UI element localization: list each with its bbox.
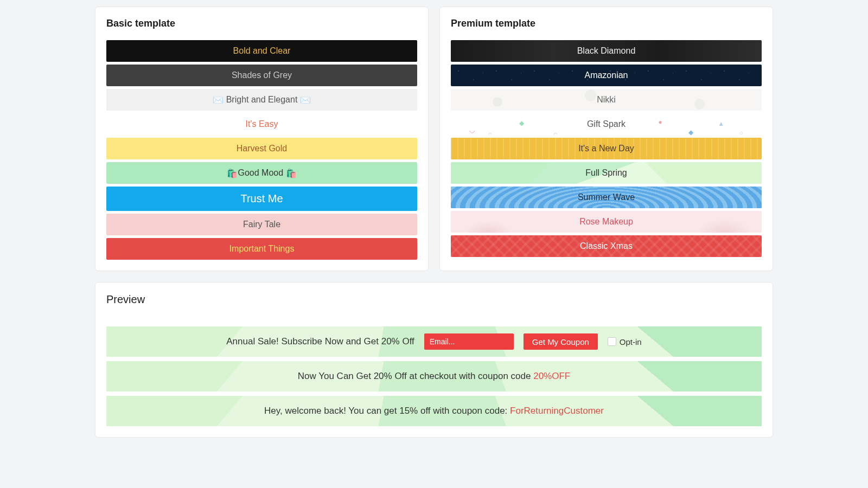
premium-template-card: Premium template Black Diamond Amazonian… [439,7,773,271]
template-gift-spark[interactable]: ◡ ○ ◆ ○ ● ◆ ▲ ○ Gift Spark [451,113,762,135]
premium-template-title: Premium template [451,18,762,29]
shopping-bags-icon: 🛍️ [286,168,297,178]
envelope-icon: ✉️ [213,95,224,105]
template-label: Shades of Grey [232,70,292,80]
confetti-icon: ○ [488,130,492,135]
template-label: It's Easy [246,119,278,129]
confetti-icon: ▲ [718,120,724,127]
template-label: Summer Wave [578,192,635,202]
template-summer-wave[interactable]: Summer Wave [451,187,762,208]
template-trust-me[interactable]: Trust Me [106,187,417,211]
confetti-icon: ● [658,118,662,126]
template-fairy-tale[interactable]: Fairy Tale [106,214,417,235]
template-nikki[interactable]: Nikki [451,89,762,111]
template-amazonian[interactable]: Amazonian [451,65,762,86]
coupon-code: ForReturningCustomer [510,406,604,416]
template-its-easy[interactable]: It's Easy [106,113,417,135]
template-label: Gift Spark [587,119,626,129]
confetti-icon: ◡ [469,126,475,134]
template-shades-of-grey[interactable]: Shades of Grey [106,65,417,86]
checkbox-icon [608,337,616,346]
preview-card: Preview Annual Sale! Subscribe Now and G… [95,282,773,438]
optin-label: Opt-in [620,337,642,346]
template-important-things[interactable]: Important Things [106,238,417,260]
template-label: Harvest Gold [237,144,287,153]
preview-bar-subscribe: Annual Sale! Subscribe Now and Get 20% O… [106,326,762,357]
confetti-icon: ○ [739,129,743,135]
template-label: Good Mood [238,168,283,178]
template-label: Rose Makeup [579,217,633,227]
email-input[interactable] [424,333,514,350]
template-bright-and-elegant[interactable]: ✉️ Bright and Elegant ✉️ [106,89,417,111]
template-label: Bright and Elegant [226,95,298,105]
template-label: Fairy Tale [243,220,280,229]
preview-bar-text: Hey, welcome back! You can get 15% off w… [264,406,604,416]
template-its-a-new-day[interactable]: It's a New Day [451,138,762,159]
optin-checkbox-wrap[interactable]: Opt-in [608,337,642,346]
preview-bar-prefix: Hey, welcome back! You can get 15% off w… [264,406,510,416]
template-rose-makeup[interactable]: Rose Makeup [451,211,762,233]
template-label: Trust Me [240,192,283,205]
template-label: Bold and Clear [233,46,291,56]
template-full-spring[interactable]: Full Spring [451,162,762,184]
coupon-code: 20%OFF [533,371,570,381]
template-label: Amazonian [584,70,628,80]
template-label: Important Things [229,244,295,254]
preview-bar-returning: Hey, welcome back! You can get 15% off w… [106,396,762,426]
template-label: Classic Xmas [580,241,633,251]
shopping-bags-icon: 🛍️ [227,168,238,178]
preview-bar-text: Now You Can Get 20% Off at checkout with… [298,371,570,382]
basic-template-card: Basic template Bold and Clear Shades of … [95,7,429,271]
envelope-icon: ✉️ [300,95,311,105]
template-classic-xmas[interactable]: Classic Xmas [451,235,762,257]
template-bold-and-clear[interactable]: Bold and Clear [106,40,417,62]
preview-bar-coupon: Now You Can Get 20% Off at checkout with… [106,361,762,391]
confetti-icon: ◆ [688,129,693,135]
template-harvest-gold[interactable]: Harvest Gold [106,138,417,159]
preview-bar-prefix: Now You Can Get 20% Off at checkout with… [298,371,533,381]
template-label: Nikki [597,95,616,105]
template-black-diamond[interactable]: Black Diamond [451,40,762,62]
preview-bar-text: Annual Sale! Subscribe Now and Get 20% O… [226,336,414,347]
basic-template-title: Basic template [106,18,417,29]
preview-title: Preview [106,293,762,306]
get-coupon-button[interactable]: Get My Coupon [524,333,598,350]
template-label: Full Spring [585,168,627,178]
confetti-icon: ○ [553,130,557,135]
template-label: It's a New Day [578,144,634,153]
template-good-mood[interactable]: 🛍️ Good Mood 🛍️ [106,162,417,184]
template-label: Black Diamond [577,46,636,56]
confetti-icon: ◆ [519,119,524,127]
